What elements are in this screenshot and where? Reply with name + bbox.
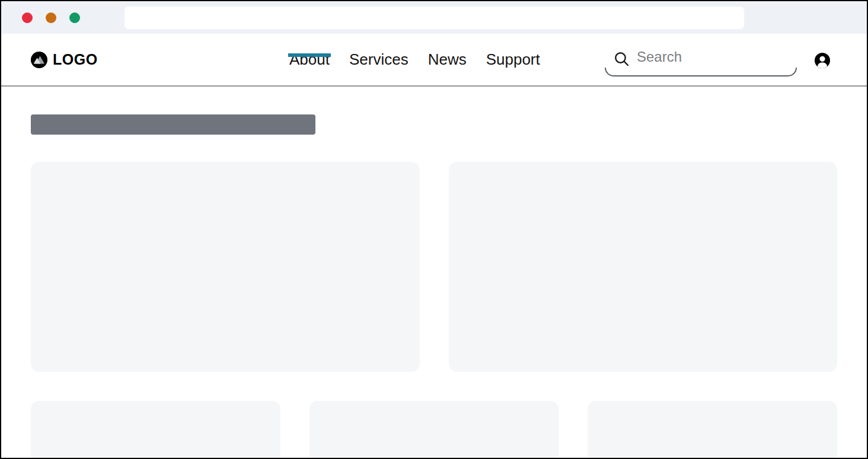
browser-window: LOGO About Services News Support <box>0 0 868 459</box>
window-zoom-button[interactable] <box>69 12 80 23</box>
site-header: LOGO About Services News Support <box>1 34 867 87</box>
bottom-cards-row <box>31 401 837 459</box>
placeholder-card <box>588 401 837 459</box>
main-content <box>1 87 867 459</box>
search-icon <box>613 50 631 68</box>
placeholder-card <box>31 162 420 372</box>
browser-chrome-bar <box>1 1 867 34</box>
nav-item-services[interactable]: Services <box>349 50 409 69</box>
window-close-button[interactable] <box>22 12 33 23</box>
search-underline <box>605 68 797 76</box>
placeholder-card <box>449 162 838 372</box>
search-input[interactable] <box>637 49 785 65</box>
user-avatar-icon[interactable] <box>815 53 830 68</box>
mountain-logo-icon <box>31 52 47 68</box>
window-minimize-button[interactable] <box>46 12 56 23</box>
logo-link[interactable]: LOGO <box>31 34 98 85</box>
search-box <box>605 43 797 76</box>
url-bar[interactable] <box>125 7 744 29</box>
placeholder-card <box>309 401 559 459</box>
nav-item-support[interactable]: Support <box>486 50 540 69</box>
main-nav: About Services News Support <box>289 34 540 85</box>
window-controls <box>22 12 80 23</box>
logo-text: LOGO <box>53 51 98 68</box>
nav-item-news[interactable]: News <box>428 50 467 69</box>
nav-item-about[interactable]: About <box>289 50 330 69</box>
top-cards-row <box>31 162 837 372</box>
heading-placeholder-bar <box>31 114 315 135</box>
placeholder-card <box>31 401 280 459</box>
